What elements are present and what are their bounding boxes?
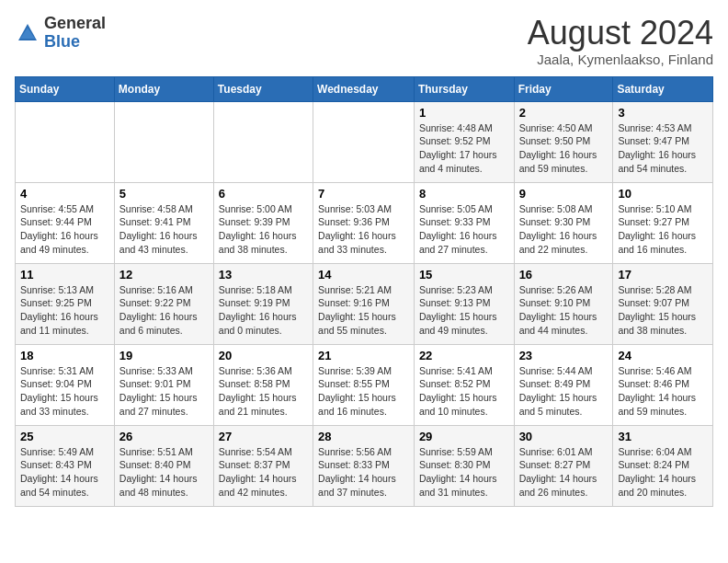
day-number: 26 — [119, 430, 209, 443]
calendar-cell: 16Sunrise: 5:26 AMSunset: 9:10 PMDayligh… — [514, 263, 613, 344]
calendar-cell: 17Sunrise: 5:28 AMSunset: 9:07 PMDayligh… — [613, 263, 713, 344]
day-number: 13 — [219, 268, 308, 282]
weekday-header-saturday: Saturday — [613, 76, 713, 101]
calendar-cell: 22Sunrise: 5:41 AMSunset: 8:52 PMDayligh… — [414, 344, 514, 425]
day-number: 4 — [20, 187, 109, 201]
calendar-cell: 11Sunrise: 5:13 AMSunset: 9:25 PMDayligh… — [16, 263, 115, 344]
day-detail: Sunrise: 4:58 AMSunset: 9:41 PMDaylight:… — [119, 202, 209, 257]
day-detail: Sunrise: 5:31 AMSunset: 9:04 PMDaylight:… — [20, 364, 109, 419]
calendar-cell: 29Sunrise: 5:59 AMSunset: 8:30 PMDayligh… — [414, 425, 514, 506]
calendar-cell — [313, 101, 415, 182]
day-number: 27 — [219, 430, 308, 443]
day-number: 6 — [219, 187, 308, 201]
weekday-header-friday: Friday — [514, 76, 613, 101]
calendar-week-1: 1Sunrise: 4:48 AMSunset: 9:52 PMDaylight… — [16, 101, 713, 182]
day-detail: Sunrise: 5:46 AMSunset: 8:46 PMDaylight:… — [618, 364, 708, 419]
day-number: 5 — [119, 187, 209, 201]
day-number: 2 — [519, 106, 609, 120]
day-detail: Sunrise: 4:53 AMSunset: 9:47 PMDaylight:… — [618, 121, 708, 176]
svg-marker-1 — [20, 28, 35, 39]
day-detail: Sunrise: 5:59 AMSunset: 8:30 PMDaylight:… — [419, 445, 509, 500]
calendar-subtitle: Jaala, Kymenlaakso, Finland — [528, 52, 713, 67]
calendar-title: August 2024 — [528, 15, 713, 52]
day-detail: Sunrise: 4:50 AMSunset: 9:50 PMDaylight:… — [519, 121, 609, 176]
calendar-cell: 12Sunrise: 5:16 AMSunset: 9:22 PMDayligh… — [114, 263, 213, 344]
calendar-week-4: 18Sunrise: 5:31 AMSunset: 9:04 PMDayligh… — [16, 344, 713, 425]
day-detail: Sunrise: 5:03 AMSunset: 9:36 PMDaylight:… — [318, 202, 409, 257]
calendar-cell: 21Sunrise: 5:39 AMSunset: 8:55 PMDayligh… — [313, 344, 415, 425]
day-detail: Sunrise: 5:36 AMSunset: 8:58 PMDaylight:… — [219, 364, 308, 419]
day-number: 19 — [119, 349, 209, 362]
day-number: 29 — [419, 430, 509, 443]
calendar-cell: 14Sunrise: 5:21 AMSunset: 9:16 PMDayligh… — [313, 263, 415, 344]
calendar-cell: 13Sunrise: 5:18 AMSunset: 9:19 PMDayligh… — [213, 263, 313, 344]
day-detail: Sunrise: 5:49 AMSunset: 8:43 PMDaylight:… — [20, 445, 109, 500]
calendar-cell: 28Sunrise: 5:56 AMSunset: 8:33 PMDayligh… — [313, 425, 415, 506]
day-number: 1 — [419, 106, 509, 120]
day-number: 22 — [419, 349, 509, 362]
calendar-cell: 1Sunrise: 4:48 AMSunset: 9:52 PMDaylight… — [414, 101, 514, 182]
day-number: 12 — [119, 268, 209, 282]
calendar-week-5: 25Sunrise: 5:49 AMSunset: 8:43 PMDayligh… — [16, 425, 713, 506]
day-number: 7 — [318, 187, 409, 201]
day-number: 9 — [519, 187, 609, 201]
day-number: 23 — [519, 349, 609, 362]
weekday-header-thursday: Thursday — [414, 76, 514, 101]
day-number: 10 — [618, 187, 708, 201]
logo: General Blue — [15, 15, 106, 52]
day-detail: Sunrise: 5:08 AMSunset: 9:30 PMDaylight:… — [519, 202, 609, 257]
title-area: August 2024 Jaala, Kymenlaakso, Finland — [528, 15, 713, 67]
weekday-row: SundayMondayTuesdayWednesdayThursdayFrid… — [16, 76, 713, 101]
day-detail: Sunrise: 4:55 AMSunset: 9:44 PMDaylight:… — [20, 202, 109, 257]
calendar-cell: 4Sunrise: 4:55 AMSunset: 9:44 PMDaylight… — [16, 182, 115, 263]
weekday-header-sunday: Sunday — [16, 76, 115, 101]
calendar-cell: 23Sunrise: 5:44 AMSunset: 8:49 PMDayligh… — [514, 344, 613, 425]
calendar-cell: 30Sunrise: 6:01 AMSunset: 8:27 PMDayligh… — [514, 425, 613, 506]
day-number: 8 — [419, 187, 509, 201]
calendar-cell: 15Sunrise: 5:23 AMSunset: 9:13 PMDayligh… — [414, 263, 514, 344]
calendar-cell: 7Sunrise: 5:03 AMSunset: 9:36 PMDaylight… — [313, 182, 415, 263]
day-detail: Sunrise: 5:26 AMSunset: 9:10 PMDaylight:… — [519, 283, 609, 338]
day-detail: Sunrise: 6:04 AMSunset: 8:24 PMDaylight:… — [618, 445, 708, 500]
calendar-cell: 2Sunrise: 4:50 AMSunset: 9:50 PMDaylight… — [514, 101, 613, 182]
calendar-cell: 27Sunrise: 5:54 AMSunset: 8:37 PMDayligh… — [213, 425, 313, 506]
day-detail: Sunrise: 4:48 AMSunset: 9:52 PMDaylight:… — [419, 121, 509, 176]
calendar-cell: 6Sunrise: 5:00 AMSunset: 9:39 PMDaylight… — [213, 182, 313, 263]
calendar-cell: 5Sunrise: 4:58 AMSunset: 9:41 PMDaylight… — [114, 182, 213, 263]
calendar-cell: 9Sunrise: 5:08 AMSunset: 9:30 PMDaylight… — [514, 182, 613, 263]
day-detail: Sunrise: 5:23 AMSunset: 9:13 PMDaylight:… — [419, 283, 509, 338]
day-detail: Sunrise: 5:44 AMSunset: 8:49 PMDaylight:… — [519, 364, 609, 419]
calendar-cell: 19Sunrise: 5:33 AMSunset: 9:01 PMDayligh… — [114, 344, 213, 425]
day-detail: Sunrise: 6:01 AMSunset: 8:27 PMDaylight:… — [519, 445, 609, 500]
day-number: 15 — [419, 268, 509, 282]
day-detail: Sunrise: 5:05 AMSunset: 9:33 PMDaylight:… — [419, 202, 509, 257]
day-number: 11 — [20, 268, 109, 282]
day-detail: Sunrise: 5:54 AMSunset: 8:37 PMDaylight:… — [219, 445, 308, 500]
day-number: 21 — [318, 349, 409, 362]
logo-icon — [15, 20, 40, 46]
calendar-week-3: 11Sunrise: 5:13 AMSunset: 9:25 PMDayligh… — [16, 263, 713, 344]
day-detail: Sunrise: 5:33 AMSunset: 9:01 PMDaylight:… — [119, 364, 209, 419]
day-number: 17 — [618, 268, 708, 282]
day-detail: Sunrise: 5:41 AMSunset: 8:52 PMDaylight:… — [419, 364, 509, 419]
day-number: 31 — [618, 430, 708, 443]
calendar-cell — [16, 101, 115, 182]
calendar-cell — [213, 101, 313, 182]
logo-general: General — [44, 14, 106, 32]
weekday-header-wednesday: Wednesday — [313, 76, 415, 101]
calendar-cell: 31Sunrise: 6:04 AMSunset: 8:24 PMDayligh… — [613, 425, 713, 506]
day-detail: Sunrise: 5:16 AMSunset: 9:22 PMDaylight:… — [119, 283, 209, 338]
logo-text: General Blue — [44, 15, 106, 52]
calendar-cell: 25Sunrise: 5:49 AMSunset: 8:43 PMDayligh… — [16, 425, 115, 506]
page-header: General Blue August 2024 Jaala, Kymenlaa… — [15, 15, 713, 67]
weekday-header-tuesday: Tuesday — [213, 76, 313, 101]
calendar-cell: 10Sunrise: 5:10 AMSunset: 9:27 PMDayligh… — [613, 182, 713, 263]
day-number: 14 — [318, 268, 409, 282]
calendar-cell: 8Sunrise: 5:05 AMSunset: 9:33 PMDaylight… — [414, 182, 514, 263]
day-detail: Sunrise: 5:13 AMSunset: 9:25 PMDaylight:… — [20, 283, 109, 338]
day-number: 20 — [219, 349, 308, 362]
day-number: 24 — [618, 349, 708, 362]
calendar-cell: 26Sunrise: 5:51 AMSunset: 8:40 PMDayligh… — [114, 425, 213, 506]
day-detail: Sunrise: 5:28 AMSunset: 9:07 PMDaylight:… — [618, 283, 708, 338]
calendar-cell — [114, 101, 213, 182]
